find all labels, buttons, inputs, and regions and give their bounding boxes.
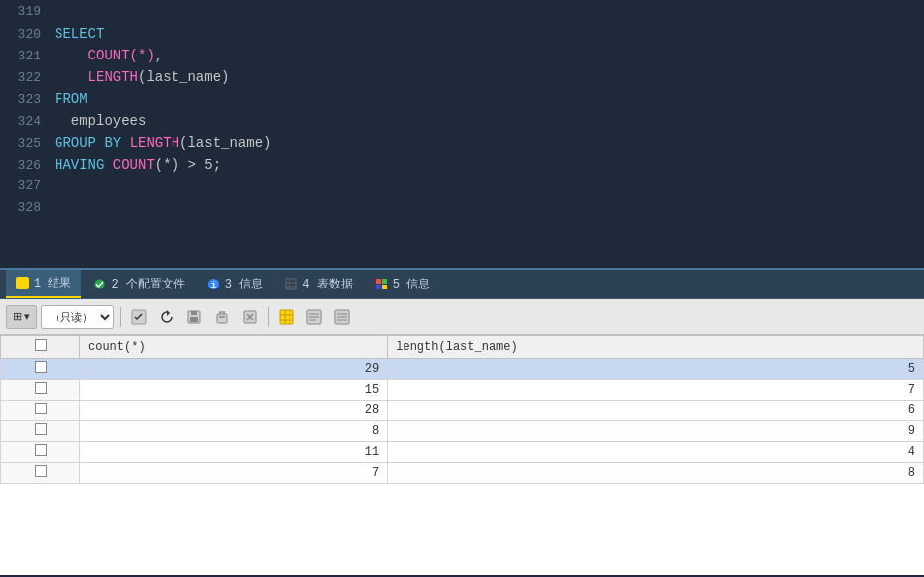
tab-bar: 1 结果 2 个配置文件 i 3 信息 4 表数据 5 信息: [0, 268, 924, 299]
table-row[interactable]: 295: [1, 359, 924, 380]
code-line-325: 325 GROUP BY LENGTH(last_name): [0, 135, 924, 157]
table-row[interactable]: 114: [1, 442, 924, 463]
code-line-324: 324 employees: [0, 113, 924, 135]
header-checkbox[interactable]: [1, 336, 80, 359]
svg-rect-8: [382, 279, 387, 284]
cell-count: 15: [80, 380, 388, 401]
svg-rect-10: [382, 285, 387, 289]
header-length: length(last_name): [388, 336, 924, 359]
export-icon: ⊞: [13, 310, 22, 323]
row-checkbox[interactable]: [1, 442, 80, 463]
text-view-btn[interactable]: [330, 305, 354, 329]
row-checkbox[interactable]: [1, 380, 80, 401]
cell-length: 9: [388, 421, 924, 442]
results-tab-icon: [16, 277, 29, 289]
tab-profile[interactable]: 2 个配置文件: [83, 270, 194, 298]
grid-view-btn[interactable]: [275, 305, 298, 329]
code-line-327: 327: [0, 178, 924, 200]
row-checkbox[interactable]: [1, 463, 80, 484]
export-dropdown-icon: ▾: [24, 310, 30, 323]
table-row[interactable]: 78: [1, 463, 924, 484]
result-toolbar: ⊞ ▾ （只读）: [0, 299, 924, 335]
cell-count: 8: [80, 421, 388, 442]
cell-length: 8: [388, 463, 924, 484]
code-line-321: 321 COUNT(*),: [0, 48, 924, 69]
tab-tabledata[interactable]: 4 表数据: [275, 270, 362, 298]
cell-count: 7: [80, 463, 388, 484]
header-count: count(*): [80, 336, 388, 359]
tab-info1-label: 3 信息: [225, 276, 263, 292]
code-line-326: 326 HAVING COUNT(*) > 5;: [0, 157, 924, 178]
tabledata-tab-icon: [285, 278, 297, 290]
tab-info2[interactable]: 5 信息: [365, 270, 440, 298]
cell-length: 4: [388, 442, 924, 463]
info1-tab-icon: i: [207, 278, 220, 290]
result-table-area[interactable]: count(*) length(last_name) 2951572868911…: [0, 335, 924, 575]
svg-rect-14: [191, 311, 197, 315]
tab-profile-label: 2 个配置文件: [111, 276, 184, 292]
bottom-panel: 1 结果 2 个配置文件 i 3 信息 4 表数据 5 信息: [0, 268, 924, 575]
table-row[interactable]: 286: [1, 401, 924, 421]
result-table: count(*) length(last_name) 2951572868911…: [0, 335, 924, 484]
svg-rect-15: [190, 317, 198, 322]
code-editor[interactable]: 319 320 SELECT 321 COUNT(*), 322 LENGTH(…: [0, 0, 924, 268]
apply-btn[interactable]: [127, 305, 151, 329]
tab-info2-label: 5 信息: [393, 276, 430, 292]
svg-rect-7: [376, 279, 381, 284]
svg-rect-24: [280, 310, 293, 324]
table-header-row: count(*) length(last_name): [1, 336, 924, 359]
svg-rect-9: [376, 285, 381, 289]
profile-tab-icon: [93, 278, 106, 290]
row-checkbox[interactable]: [1, 359, 80, 380]
save-btn[interactable]: [182, 305, 206, 329]
mode-select[interactable]: （只读）: [41, 305, 114, 329]
svg-text:i: i: [211, 281, 217, 290]
tab-tabledata-label: 4 表数据: [302, 276, 352, 292]
code-line-319: 319: [0, 4, 924, 26]
tab-results-label: 1 结果: [34, 275, 71, 291]
svg-rect-16: [217, 314, 227, 323]
refresh-btn[interactable]: [155, 305, 178, 329]
cell-length: 7: [388, 380, 924, 401]
separator-2: [268, 307, 269, 327]
separator-1: [120, 307, 121, 327]
export-btn[interactable]: ⊞ ▾: [6, 305, 37, 329]
row-checkbox[interactable]: [1, 421, 80, 442]
svg-marker-12: [167, 310, 170, 316]
info2-tab-icon: [375, 278, 388, 290]
table-row[interactable]: 157: [1, 380, 924, 401]
tab-info1[interactable]: i 3 信息: [197, 270, 273, 298]
delete-btn[interactable]: [210, 305, 234, 329]
code-line-328: 328: [0, 200, 924, 222]
code-line-323: 323 FROM: [0, 91, 924, 113]
table-row[interactable]: 89: [1, 421, 924, 442]
cell-length: 5: [388, 359, 924, 380]
cell-length: 6: [388, 401, 924, 421]
code-line-320: 320 SELECT: [0, 26, 924, 48]
cell-count: 29: [80, 359, 388, 380]
tab-results[interactable]: 1 结果: [6, 270, 81, 298]
code-line-322: 322 LENGTH(last_name): [0, 69, 924, 91]
cell-count: 28: [80, 401, 388, 421]
clear-btn[interactable]: [238, 305, 262, 329]
row-checkbox[interactable]: [1, 401, 80, 421]
cell-count: 11: [80, 442, 388, 463]
form-view-btn[interactable]: [302, 305, 326, 329]
svg-rect-3: [286, 279, 296, 289]
